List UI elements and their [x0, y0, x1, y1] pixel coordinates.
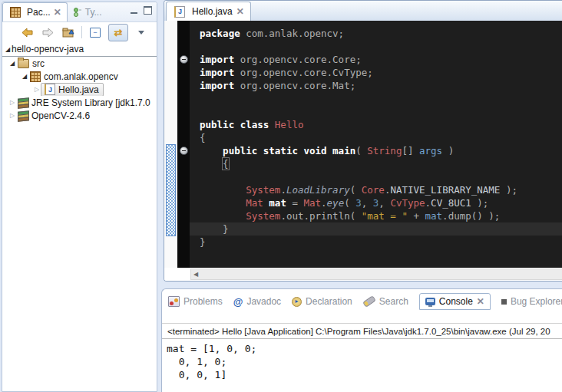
console-output-line: 0, 1, 0; — [167, 355, 562, 368]
fold-collapse-icon[interactable] — [180, 147, 188, 155]
package-explorer-icon — [10, 7, 21, 18]
code-line[interactable]: import org.opencv.core.CvType; — [200, 66, 562, 79]
tree-item-package[interactable]: ◢ com.anlak.opencv — [2, 70, 157, 83]
tab-search[interactable]: Search — [363, 296, 408, 307]
collapse-triangle-icon[interactable]: ▷ — [33, 86, 41, 93]
tab-javadoc[interactable]: @ Javadoc — [233, 296, 281, 308]
code-line[interactable] — [200, 170, 562, 183]
close-icon[interactable]: ✕ — [54, 8, 61, 17]
console-output-line: mat = [1, 0, 0; — [167, 342, 562, 355]
collapse-all-icon: − — [90, 28, 101, 38]
editor-tab-label: Hello.java — [192, 6, 233, 17]
forward-button[interactable] — [40, 25, 55, 40]
hscroll-track[interactable]: ◀ — [190, 268, 562, 280]
console-content: <terminated> Hello [Java Application] C:… — [162, 323, 562, 392]
code-line[interactable]: public class Hello — [200, 118, 562, 131]
tab-problems[interactable]: Problems — [168, 296, 223, 307]
collapse-all-button[interactable]: − — [88, 25, 103, 40]
tree-item-project[interactable]: ◢ hello-opencv-java — [2, 42, 157, 57]
tree-item-hello-java[interactable]: ▷ J Hello.java — [2, 83, 157, 96]
code-line[interactable]: { — [200, 131, 562, 144]
code-line[interactable]: import org.opencv.core.Mat; — [200, 79, 562, 92]
problems-icon — [168, 296, 180, 307]
link-with-editor-button[interactable]: ⇄ — [108, 24, 128, 41]
annotation-ruler[interactable] — [164, 21, 177, 268]
panel-window-buttons — [131, 6, 152, 15]
code-area[interactable]: package com.anlak.opencv;import org.open… — [190, 21, 562, 268]
tree-item-jre-library[interactable]: ▷ JRE System Library [jdk1.7.0 — [2, 96, 157, 109]
package-explorer-toolbar: − ⇄ — [2, 22, 157, 42]
library-icon — [18, 98, 28, 107]
maximize-icon[interactable] — [144, 6, 152, 15]
code-line[interactable]: System.LoadLibrary( Core.NATIVE_LIBRARY_… — [200, 183, 562, 196]
forward-arrow-icon — [42, 28, 54, 38]
code-line[interactable]: } — [190, 222, 562, 236]
tab-bug-explorer[interactable]: Bug Explorer — [501, 296, 562, 307]
link-with-editor-icon: ⇄ — [114, 27, 123, 38]
folding-gutter[interactable] — [177, 21, 190, 268]
toolbar-separator — [81, 26, 82, 38]
tree-item-opencv-label: OpenCV-2.4.6 — [31, 110, 90, 121]
type-hierarchy-icon — [73, 8, 82, 17]
tab-declaration-label: Declaration — [306, 296, 352, 307]
code-line[interactable]: System.out.println( "mat = " + mat.dump(… — [200, 209, 562, 222]
source-folder-icon — [18, 59, 29, 68]
code-line[interactable] — [200, 92, 562, 105]
minimize-icon[interactable] — [131, 6, 137, 14]
tab-bug-explorer-label: Bug Explorer — [511, 296, 562, 307]
tree-item-jre-label: JRE System Library [jdk1.7.0 — [31, 97, 150, 108]
go-into-button[interactable] — [61, 25, 76, 40]
tab-declaration[interactable]: ▸ Declaration — [292, 296, 352, 307]
code-line[interactable]: import org.opencv.core.Core; — [200, 53, 562, 66]
tab-package-explorer[interactable]: Pac... ✕ — [2, 2, 68, 21]
java-file-icon: J — [174, 6, 185, 18]
selected-item-highlight[interactable]: J Hello.java — [41, 83, 104, 96]
bottom-tabbar: Problems @ Javadoc ▸ Declaration Search … — [162, 289, 562, 312]
eclipse-window: Pac... ✕ Ty... — [0, 0, 562, 392]
view-menu-button[interactable] — [134, 25, 149, 40]
range-indicator — [166, 144, 176, 236]
declaration-icon: ▸ — [292, 297, 302, 307]
scroll-left-icon[interactable]: ◀ — [191, 271, 198, 278]
code-line[interactable]: Mat mat = Mat.eye( 3, 3, CvType.CV_8UC1 … — [200, 196, 562, 209]
code-line[interactable]: package com.anlak.opencv; — [200, 27, 562, 40]
tree-item-opencv-library[interactable]: ▷ OpenCV-2.4.6 — [2, 109, 157, 122]
fold-collapse-icon[interactable] — [180, 55, 188, 64]
code-line[interactable]: { — [200, 157, 562, 170]
package-explorer-panel: Pac... ✕ Ty... — [2, 2, 157, 392]
collapse-triangle-icon[interactable]: ▷ — [8, 112, 16, 119]
tab-type-hierarchy[interactable]: Ty... — [68, 3, 107, 21]
console-output[interactable]: mat = [1, 0, 0; 0, 1, 0; 0, 0, 1] — [162, 339, 562, 381]
tree-item-src[interactable]: ◢ src — [2, 57, 157, 70]
editor-panel: J Hello.java ✕ package com.anlak.opencv;… — [164, 0, 562, 282]
console-icon — [425, 298, 435, 305]
code-line[interactable] — [200, 105, 562, 118]
close-icon[interactable]: ✕ — [477, 297, 484, 306]
java-file-icon: J — [45, 84, 55, 95]
collapse-triangle-icon[interactable]: ▷ — [8, 99, 16, 106]
chevron-down-icon — [138, 31, 144, 35]
tab-javadoc-label: Javadoc — [246, 296, 281, 307]
expand-triangle-icon[interactable]: ◢ — [21, 73, 28, 80]
back-button[interactable] — [19, 25, 35, 40]
code-line[interactable]: public static void main( String[] args ) — [200, 144, 562, 157]
console-output-line: 0, 0, 1] — [167, 368, 562, 381]
close-icon[interactable]: ✕ — [236, 7, 244, 16]
expand-triangle-icon[interactable]: ◢ — [8, 60, 16, 67]
editor-tab-hello-java[interactable]: J Hello.java ✕ — [166, 2, 251, 21]
tree-item-hello-java-label: Hello.java — [58, 84, 99, 95]
bug-explorer-icon — [501, 299, 507, 305]
package-icon — [30, 71, 41, 82]
tab-package-explorer-label: Pac... — [27, 7, 51, 18]
library-icon — [18, 111, 28, 120]
code-line[interactable]: } — [200, 236, 562, 249]
tree-item-src-label: src — [32, 58, 45, 69]
editor-hscrollbar[interactable]: ◀ — [164, 268, 562, 281]
tree-item-project-label: hello-opencv-java — [12, 44, 84, 54]
tree-item-package-label: com.anlak.opencv — [44, 71, 118, 82]
expand-triangle-icon[interactable]: ◢ — [4, 46, 12, 53]
tab-console[interactable]: Console ✕ — [419, 293, 491, 310]
code-line[interactable] — [200, 40, 562, 53]
folder-up-icon — [62, 27, 74, 38]
tab-search-label: Search — [379, 296, 408, 307]
